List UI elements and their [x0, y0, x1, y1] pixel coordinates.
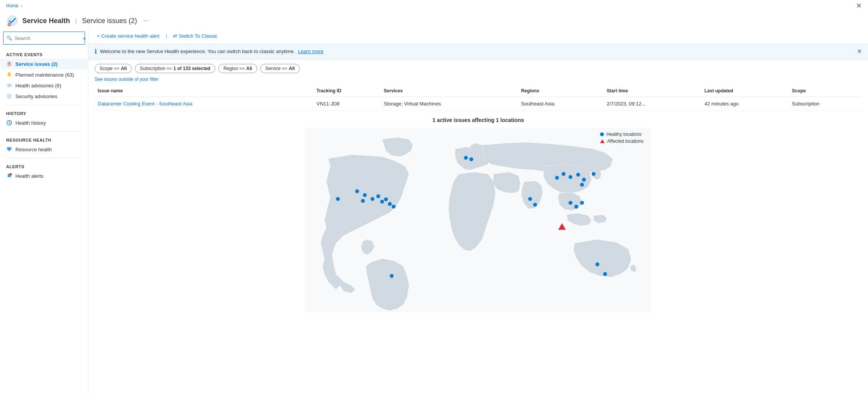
- map-section: 1 active issues affecting 1 locations He…: [88, 111, 868, 320]
- banner-close-button[interactable]: ✕: [857, 48, 862, 55]
- svg-point-27: [582, 178, 586, 182]
- scope-label: Scope ==: [100, 66, 119, 71]
- sidebar-section-active-events: ACTIVE EVENTS: [0, 49, 88, 58]
- table-row: Datacenter Cooling Event - Southeast Asi…: [95, 97, 862, 111]
- page-title: Service Health: [22, 17, 70, 25]
- service-issues-label: Service issues (2): [15, 61, 58, 67]
- toolbar: + Create service health alert | ⇄ Switch…: [88, 28, 868, 44]
- svg-point-12: [363, 193, 367, 197]
- cell-scope: Subscription: [789, 97, 862, 111]
- subscription-filter[interactable]: Subscription == 1 of 133 selected: [135, 64, 215, 73]
- switch-classic-button[interactable]: ⇄ Switch To Classic: [171, 32, 220, 40]
- col-issue-name[interactable]: Issue name: [95, 85, 313, 97]
- svg-point-35: [390, 274, 394, 278]
- shield-icon: [6, 93, 12, 99]
- legend-healthy-label: Healthy locations: [606, 132, 641, 137]
- svg-point-18: [388, 202, 392, 206]
- service-filter[interactable]: Service == All: [260, 64, 300, 73]
- sidebar-item-planned-maintenance[interactable]: Planned maintenance (63): [0, 69, 88, 80]
- search-box[interactable]: 🔍 «: [3, 32, 85, 45]
- service-label: Service ==: [265, 66, 287, 71]
- content-area: + Create service health alert | ⇄ Switch…: [88, 28, 868, 396]
- svg-text:i: i: [9, 84, 10, 87]
- svg-point-13: [361, 199, 365, 203]
- svg-point-22: [469, 157, 473, 161]
- breadcrumb-sep: ›: [21, 3, 22, 8]
- sidebar-item-health-history[interactable]: Health history: [0, 117, 88, 128]
- home-link[interactable]: Home: [6, 3, 18, 8]
- map-wrapper: Healthy locations Affected locations: [305, 128, 651, 314]
- svg-point-16: [380, 200, 384, 204]
- page-subtitle: Service issues (2): [82, 17, 137, 25]
- subscription-value: 1 of 133 selected: [173, 66, 210, 71]
- learn-more-link[interactable]: Learn more: [298, 48, 323, 54]
- search-icon: 🔍: [7, 35, 12, 41]
- col-last-updated[interactable]: Last updated: [701, 85, 789, 97]
- search-input[interactable]: [15, 35, 79, 41]
- svg-point-20: [336, 197, 340, 201]
- cell-services: Storage; Virtual Machines: [381, 97, 518, 111]
- table-header-row: Issue name Tracking ID Services Regions …: [95, 85, 862, 97]
- region-filter[interactable]: Region == All: [218, 64, 257, 73]
- close-button[interactable]: ✕: [856, 2, 862, 9]
- svg-point-5: [9, 65, 10, 66]
- svg-point-19: [392, 205, 396, 209]
- svg-point-25: [569, 175, 572, 179]
- svg-point-34: [580, 201, 584, 205]
- bell-yellow-icon: [6, 72, 12, 78]
- svg-point-17: [384, 197, 388, 201]
- svg-point-15: [376, 194, 380, 198]
- legend-affected-label: Affected locations: [607, 139, 644, 144]
- sidebar: 🔍 « ACTIVE EVENTS Service issues (2): [0, 28, 88, 396]
- health-history-label: Health history: [15, 120, 46, 126]
- scope-filter[interactable]: Scope == All: [95, 64, 132, 73]
- col-regions[interactable]: Regions: [518, 85, 604, 97]
- svg-point-36: [595, 262, 599, 266]
- svg-point-23: [555, 176, 559, 180]
- svg-point-33: [574, 205, 578, 209]
- see-outside-link[interactable]: See issues outside of your filter: [95, 77, 159, 82]
- app-container: Home › ✕ Service Health | Service issues…: [0, 0, 868, 396]
- svg-point-26: [576, 173, 580, 177]
- heart-icon: [6, 146, 12, 152]
- cell-tracking-id: VN11-JD8: [313, 97, 381, 111]
- sidebar-item-security-advisories[interactable]: Security advisories: [0, 91, 88, 102]
- collapse-button[interactable]: «: [81, 33, 88, 43]
- sidebar-divider-history: [6, 105, 82, 105]
- title-separator: |: [75, 18, 76, 24]
- page-title-bar: Service Health | Service issues (2) ···: [0, 12, 868, 28]
- svg-point-32: [569, 201, 572, 205]
- sidebar-section-resource-health: RESOURCE HEALTH: [0, 135, 88, 144]
- see-outside-container: See issues outside of your filter: [88, 76, 868, 85]
- filters-row: Scope == All Subscription == 1 of 133 se…: [88, 59, 868, 76]
- svg-point-14: [371, 197, 374, 201]
- svg-point-24: [562, 172, 565, 176]
- region-value: All: [246, 66, 252, 71]
- info-banner: ℹ Welcome to the new Service Health expe…: [88, 44, 868, 59]
- healthy-dot-icon: [600, 132, 604, 136]
- svg-point-37: [603, 272, 607, 276]
- svg-point-31: [533, 203, 537, 207]
- col-scope[interactable]: Scope: [789, 85, 862, 97]
- toolbar-separator: |: [166, 33, 167, 39]
- service-value: All: [289, 66, 294, 71]
- svg-point-28: [580, 183, 584, 187]
- sidebar-item-health-advisories[interactable]: i Health advisories (6): [0, 80, 88, 91]
- map-title: 1 active issues affecting 1 locations: [95, 117, 862, 123]
- more-button[interactable]: ···: [141, 17, 151, 25]
- col-start-time[interactable]: Start time: [604, 85, 701, 97]
- svg-point-11: [355, 189, 359, 193]
- scope-value: All: [121, 66, 126, 71]
- svg-point-30: [528, 197, 532, 201]
- col-tracking-id[interactable]: Tracking ID: [313, 85, 381, 97]
- breadcrumb: Home ›: [6, 3, 22, 8]
- create-alert-button[interactable]: + Create service health alert: [95, 32, 162, 40]
- main-content: 🔍 « ACTIVE EVENTS Service issues (2): [0, 28, 868, 396]
- sidebar-item-resource-health[interactable]: Resource health: [0, 144, 88, 155]
- svg-point-9: [10, 173, 12, 175]
- security-advisories-label: Security advisories: [15, 94, 57, 99]
- issue-link[interactable]: Datacenter Cooling Event - Southeast Asi…: [98, 101, 192, 107]
- sidebar-item-health-alerts[interactable]: Health alerts: [0, 170, 88, 181]
- col-services[interactable]: Services: [381, 85, 518, 97]
- sidebar-item-service-issues[interactable]: Service issues (2): [0, 58, 88, 69]
